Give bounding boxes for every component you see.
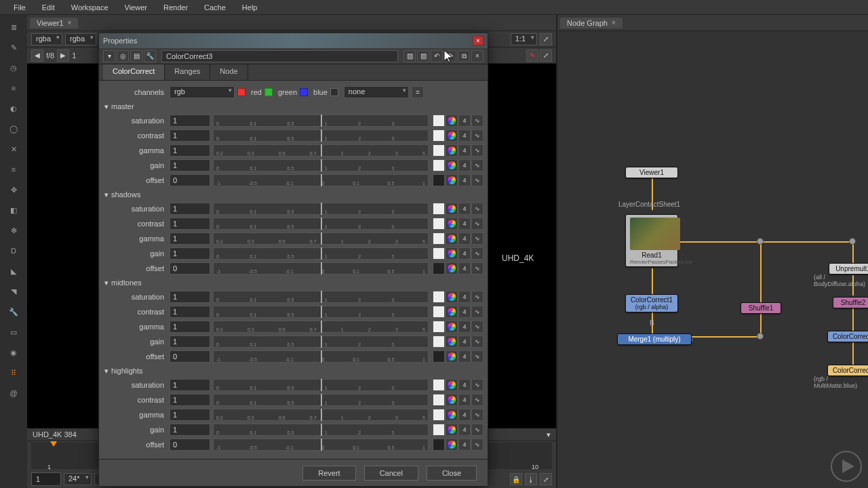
move-icon[interactable]: ✥: [5, 182, 22, 198]
master-offset-slider[interactable]: -1-0.5-0.100.10.51: [213, 174, 429, 186]
alpha-checkbox[interactable]: [330, 88, 338, 96]
wrench-icon[interactable]: 🔧: [5, 304, 22, 320]
sphere-icon[interactable]: ◐: [5, 100, 22, 117]
swatch-icon[interactable]: [433, 129, 445, 142]
four-icon[interactable]: 4: [458, 159, 471, 171]
curve-icon[interactable]: ∿: [471, 291, 484, 303]
swatch-icon[interactable]: [433, 262, 445, 274]
highlights-contrast-slider[interactable]: 00.10.5123: [213, 394, 429, 406]
node-graph-tab[interactable]: Node Graph ×: [560, 18, 623, 28]
dot-node[interactable]: [757, 333, 764, 340]
redo-icon[interactable]: ↷: [444, 50, 456, 62]
shuffle2-node[interactable]: Shuffle2: [833, 297, 868, 308]
dialog-titlebar[interactable]: Properties ×: [99, 33, 488, 48]
red-checkbox[interactable]: [237, 88, 245, 96]
slider-handle[interactable]: [321, 394, 322, 406]
download-icon[interactable]: ⭳: [525, 473, 537, 485]
colorwheel-icon[interactable]: [446, 379, 458, 391]
curve-icon[interactable]: ∿: [471, 424, 484, 436]
cube-icon[interactable]: ◧: [5, 202, 22, 218]
four-icon[interactable]: 4: [458, 394, 471, 406]
slider-handle[interactable]: [321, 247, 322, 260]
midtones-gain-slider[interactable]: 00.10.5123: [213, 336, 429, 348]
master-gain-input[interactable]: [170, 159, 210, 171]
four-icon[interactable]: 4: [458, 350, 471, 363]
node-canvas[interactable]: Viewer1 LayerContactSheet1 Read1 RenderP…: [557, 31, 868, 488]
master-contrast-input[interactable]: [170, 129, 210, 142]
colorwheel-icon[interactable]: [446, 439, 458, 451]
menu-viewer[interactable]: Viewer: [118, 2, 154, 13]
slider-handle[interactable]: [321, 115, 322, 127]
slider-handle[interactable]: [321, 350, 322, 363]
highlights-gain-input[interactable]: [170, 424, 210, 436]
swatch-icon[interactable]: [433, 115, 445, 127]
highlights-contrast-input[interactable]: [170, 394, 210, 406]
section-midtones[interactable]: ▾midtones: [102, 276, 484, 289]
viewer-expand-icon[interactable]: ⤢: [540, 33, 552, 45]
channel-select-2[interactable]: rgba: [65, 33, 96, 45]
equals-icon[interactable]: =: [412, 86, 424, 98]
star-icon[interactable]: ✻: [5, 222, 22, 239]
colorwheel-icon[interactable]: [446, 291, 458, 303]
curve-icon[interactable]: ∿: [471, 379, 484, 391]
shadows-saturation-input[interactable]: [170, 203, 210, 215]
midtones-contrast-slider[interactable]: 00.10.5123: [213, 306, 429, 318]
midtones-gamma-input[interactable]: [170, 321, 210, 333]
colorwheel-icon[interactable]: [446, 321, 458, 333]
curve-icon[interactable]: ∿: [471, 321, 484, 333]
channel-select-1[interactable]: rgba: [31, 33, 62, 45]
highlights-offset-input[interactable]: [170, 439, 210, 451]
curve-icon[interactable]: ∿: [471, 409, 484, 421]
curve-icon[interactable]: ∿: [471, 336, 484, 348]
curve-icon[interactable]: ∿: [471, 129, 484, 142]
four-icon[interactable]: 4: [458, 232, 471, 245]
midtones-offset-input[interactable]: [170, 350, 210, 363]
tab-node[interactable]: Node: [210, 64, 248, 80]
four-icon[interactable]: 4: [458, 306, 471, 318]
highlights-gain-slider[interactable]: 00.10.5123: [213, 424, 429, 436]
menu-file[interactable]: File: [7, 2, 33, 13]
curve-icon[interactable]: ∿: [471, 350, 484, 363]
colorwheel-icon[interactable]: [446, 336, 458, 348]
brush-icon[interactable]: ✎: [5, 39, 22, 56]
colorwheel-icon[interactable]: [446, 306, 458, 318]
target-icon[interactable]: ◎: [117, 50, 129, 62]
swatch-icon[interactable]: [433, 424, 445, 436]
popout-icon[interactable]: ⧉: [458, 50, 470, 62]
node-name-input[interactable]: [161, 50, 398, 62]
slider-handle[interactable]: [321, 336, 322, 348]
viewer-opts-icon[interactable]: ⤢: [540, 49, 552, 62]
dialog-close-icon[interactable]: ×: [473, 36, 484, 45]
four-icon[interactable]: 4: [458, 439, 471, 451]
shuffle1-node[interactable]: Shuffle1: [741, 302, 781, 314]
midtones-saturation-input[interactable]: [170, 291, 210, 303]
channels-select[interactable]: rgb: [170, 86, 235, 98]
curve-icon[interactable]: ∿: [471, 247, 484, 260]
colorwheel-icon[interactable]: [446, 129, 458, 142]
master-gamma-input[interactable]: [170, 144, 210, 157]
slider-handle[interactable]: [321, 203, 322, 215]
green-checkbox[interactable]: [264, 88, 273, 96]
lines-icon[interactable]: ≡: [5, 80, 22, 96]
curve-icon[interactable]: ∿: [471, 203, 484, 215]
colorwheel-icon[interactable]: [446, 232, 458, 245]
menu-edit[interactable]: Edit: [35, 2, 62, 13]
close-icon[interactable]: ×: [612, 19, 616, 26]
four-icon[interactable]: 4: [458, 144, 471, 157]
viewer-node[interactable]: Viewer1: [625, 167, 678, 178]
swatch-icon[interactable]: [433, 394, 445, 406]
colorwheel-icon[interactable]: [446, 350, 458, 363]
master-saturation-input[interactable]: [170, 115, 210, 127]
chevron-down-icon[interactable]: ▾: [547, 430, 551, 439]
curve-icon[interactable]: ∿: [471, 159, 484, 171]
master-offset-input[interactable]: [170, 174, 210, 186]
slider-handle[interactable]: [321, 218, 322, 230]
colorwheel-icon[interactable]: [446, 262, 458, 274]
read-node[interactable]: Read1 RenderPassesPacked.exr: [625, 214, 678, 267]
slider-handle[interactable]: [321, 291, 322, 303]
shadows-offset-input[interactable]: [170, 262, 210, 274]
highlights-gamma-slider[interactable]: 0.20.30.50.71235: [213, 409, 429, 421]
curve-icon[interactable]: ∿: [471, 144, 484, 157]
swatch-icon[interactable]: [433, 409, 445, 421]
midtones-saturation-slider[interactable]: 00.10.5123: [213, 291, 429, 303]
